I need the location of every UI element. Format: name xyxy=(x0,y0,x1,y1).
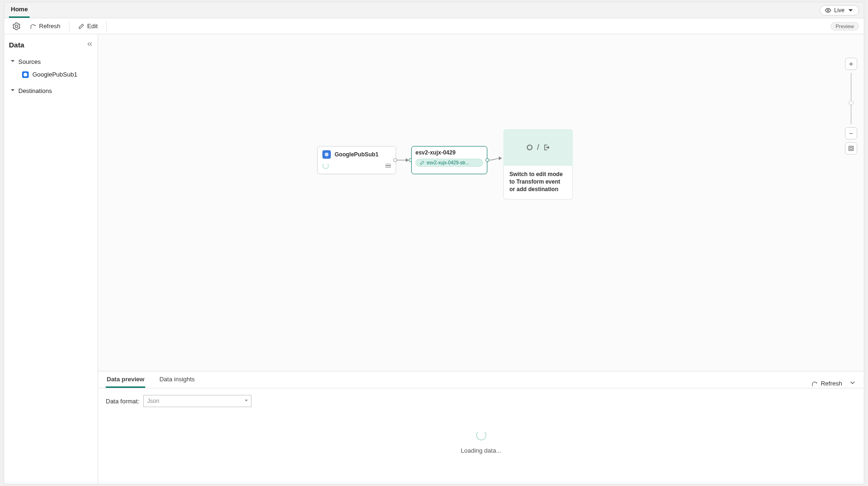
loading-area: Loading data... xyxy=(106,407,856,477)
eye-icon xyxy=(825,7,831,14)
chevron-down-icon xyxy=(10,87,16,94)
svg-point-0 xyxy=(827,9,829,11)
live-toggle-label: Live xyxy=(834,7,845,14)
svg-rect-1 xyxy=(849,146,853,150)
toolbar: Refresh Edit Preview xyxy=(4,18,864,34)
refresh-icon xyxy=(30,23,36,30)
pubsub-icon xyxy=(22,71,29,78)
pubsub-icon xyxy=(322,150,331,159)
edit-label: Edit xyxy=(87,23,98,30)
svg-rect-2 xyxy=(850,147,852,150)
loading-spinner-icon xyxy=(476,430,486,440)
node-source-googlepubsub1[interactable]: GooglePubSub1 xyxy=(317,146,396,174)
node-destination-placeholder[interactable]: / Switch to edit mode to Transform event… xyxy=(503,129,573,200)
zoom-out-button[interactable]: － xyxy=(845,127,857,139)
tab-data-insights[interactable]: Data insights xyxy=(158,372,195,388)
tree-group-sources[interactable]: Sources xyxy=(9,55,93,68)
canvas-column: ＋ － GooglePubSub1 xyxy=(98,34,864,484)
edit-button[interactable]: Edit xyxy=(74,21,102,31)
zoom-thumb[interactable] xyxy=(849,100,853,105)
transform-icon xyxy=(526,144,533,151)
tab-data-preview[interactable]: Data preview xyxy=(106,372,145,388)
sidebar-title: Data xyxy=(9,41,24,49)
chevron-down-icon xyxy=(10,58,16,65)
app-frame: Home Live Refresh Edit Preview Data xyxy=(4,2,864,484)
fit-to-screen-button[interactable] xyxy=(845,142,857,154)
bottom-panel-body: Data format: Json Loading data... xyxy=(98,388,864,484)
svg-point-4 xyxy=(527,145,532,150)
toolbar-separator-2 xyxy=(106,21,107,31)
preview-badge: Preview xyxy=(830,22,859,31)
dest-placeholder-icons: / xyxy=(503,129,573,166)
tree-group-destinations[interactable]: Destinations xyxy=(9,85,93,97)
chevron-down-icon xyxy=(847,7,854,14)
menu-icon[interactable] xyxy=(385,164,391,168)
zoom-slider[interactable] xyxy=(851,73,852,124)
port-stream-out[interactable] xyxy=(485,158,489,162)
tree-item-label: GooglePubSub1 xyxy=(32,71,77,78)
live-toggle[interactable]: Live xyxy=(820,5,859,15)
fit-icon xyxy=(848,145,854,152)
toolbar-separator xyxy=(69,21,70,31)
tree-item-googlepubsub1[interactable]: GooglePubSub1 xyxy=(9,68,93,81)
collapse-sidebar-button[interactable] xyxy=(86,41,93,49)
data-format-label: Data format: xyxy=(106,398,140,405)
stream-chip-label: esv2-xujx-0429-str... xyxy=(427,160,469,165)
connector-stream-to-dest xyxy=(489,155,504,165)
node-source-title: GooglePubSub1 xyxy=(335,151,378,158)
refresh-button[interactable]: Refresh xyxy=(26,21,64,31)
link-icon xyxy=(420,161,424,165)
tree-group-destinations-label: Destinations xyxy=(18,87,52,94)
canvas[interactable]: ＋ － GooglePubSub1 xyxy=(98,34,864,368)
dest-placeholder-hint: Switch to edit mode to Transform event o… xyxy=(503,166,573,200)
tree-group-sources-label: Sources xyxy=(18,58,41,65)
bottom-refresh-label: Refresh xyxy=(821,380,842,387)
bottom-panel-tabs: Data preview Data insights Refresh xyxy=(98,371,864,388)
settings-button[interactable] xyxy=(9,21,24,32)
node-stream-title: esv2-xujx-0429 xyxy=(415,149,483,156)
edit-icon xyxy=(78,23,85,30)
bottom-refresh-button[interactable]: Refresh xyxy=(811,380,842,387)
stream-chip[interactable]: esv2-xujx-0429-str... xyxy=(415,159,483,167)
chevron-double-left-icon xyxy=(86,41,93,47)
data-format-value: Json xyxy=(148,398,159,404)
gear-icon xyxy=(13,23,20,30)
refresh-label: Refresh xyxy=(39,23,61,30)
exit-icon xyxy=(543,144,550,151)
loading-spinner-icon xyxy=(322,162,329,169)
collapse-panel-button[interactable] xyxy=(849,379,856,388)
chevron-down-icon xyxy=(244,398,249,404)
zoom-controls: ＋ － xyxy=(845,58,857,154)
bottom-panel: Data preview Data insights Refresh xyxy=(98,371,864,484)
zoom-in-button[interactable]: ＋ xyxy=(845,58,857,70)
refresh-icon xyxy=(811,380,818,387)
chevron-down-icon xyxy=(849,379,856,386)
tab-home[interactable]: Home xyxy=(9,2,30,18)
sidebar: Data Sources GooglePubSub1 Destinat xyxy=(4,34,98,484)
port-source-out[interactable] xyxy=(393,158,397,162)
loading-text: Loading data... xyxy=(461,447,501,454)
main-row: Data Sources GooglePubSub1 Destinat xyxy=(4,34,864,484)
tab-bar: Home Live xyxy=(4,2,864,18)
data-format-select[interactable]: Json xyxy=(143,395,251,407)
separator-slash: / xyxy=(537,143,539,152)
node-stream-esv2[interactable]: esv2-xujx-0429 esv2-xujx-0429-str... xyxy=(411,146,487,174)
